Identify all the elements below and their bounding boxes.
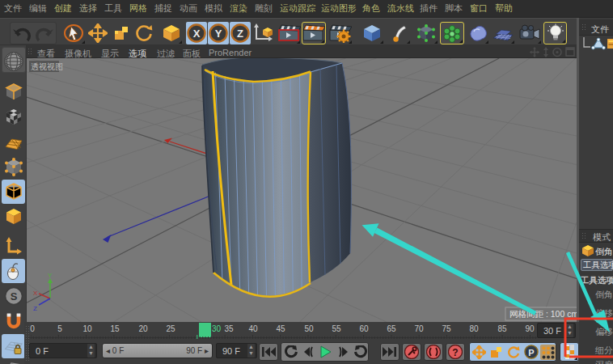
svg-text:X: X: [33, 290, 38, 297]
svg-text:Y: Y: [48, 272, 53, 279]
svg-text:S: S: [10, 290, 17, 303]
svg-text:?: ?: [452, 347, 458, 358]
svg-text:P: P: [528, 348, 534, 358]
svg-text:Y: Y: [215, 28, 222, 40]
svg-text:Z: Z: [33, 305, 37, 312]
svg-text:Z: Z: [237, 28, 243, 40]
svg-text:X: X: [193, 28, 201, 40]
svg-text:网格间距 : 100 cm: 网格间距 : 100 cm: [509, 309, 577, 319]
svg-text:透视视图: 透视视图: [31, 62, 63, 71]
